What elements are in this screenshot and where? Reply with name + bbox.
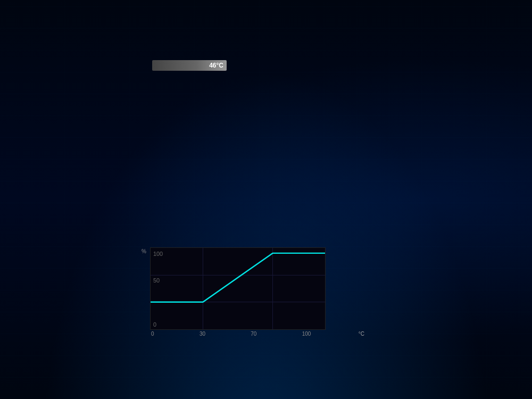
svg-text:100: 100 <box>153 251 163 257</box>
x-axis-unit: °C <box>359 331 364 337</box>
cpu-temp-bar: 46°C <box>152 60 227 71</box>
svg-text:0: 0 <box>153 321 156 328</box>
x-label-100: 100 <box>302 331 311 337</box>
graph-wrapper: % 100 <box>150 247 365 337</box>
x-label-0: 0 <box>151 331 154 337</box>
x-label-70: 70 <box>251 331 256 337</box>
cpu-temp-value: 46°C <box>209 62 223 69</box>
x-label-30: 30 <box>200 331 205 337</box>
main-container: /\SUS UEFI BIOS Utility – EZ Mode 🌐 Engl… <box>0 0 532 399</box>
fan-graph-svg: 100 50 0 <box>151 248 325 329</box>
svg-text:50: 50 <box>153 277 160 284</box>
y-axis-label: % <box>142 248 146 254</box>
graph-x-labels: 0 30 70 100 °C <box>150 331 365 337</box>
fan-curve-line <box>151 253 325 302</box>
bg-circuit <box>0 0 532 399</box>
cpu-fan-graph: 100 50 0 <box>150 247 326 330</box>
